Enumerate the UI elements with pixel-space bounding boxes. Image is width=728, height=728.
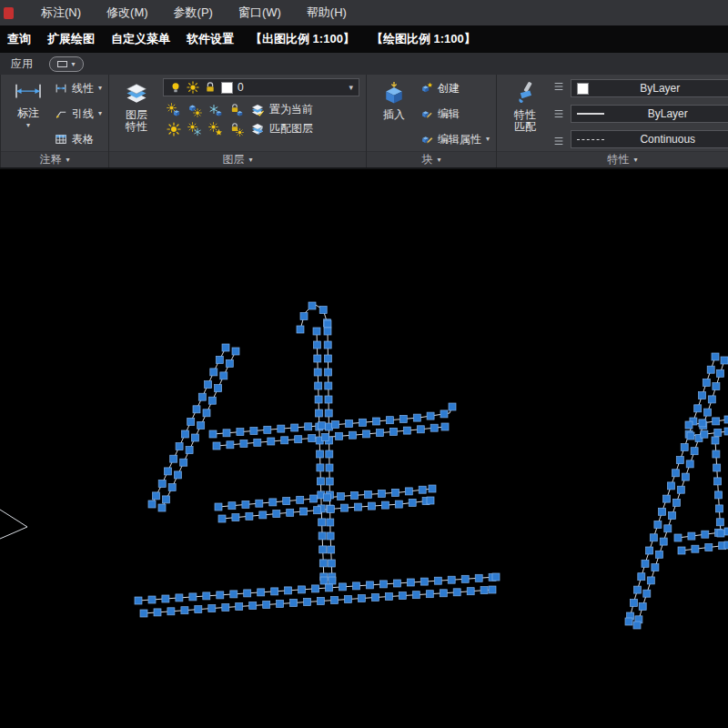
grip[interactable] — [314, 507, 321, 514]
grip[interactable] — [317, 464, 324, 471]
grip[interactable] — [324, 355, 331, 362]
insert-block-button[interactable]: 插入 — [373, 78, 415, 149]
grip[interactable] — [467, 588, 474, 595]
layer-select[interactable]: 0 ▾ — [163, 78, 359, 96]
layer-tool-thaw-icon[interactable] — [187, 122, 202, 136]
layer-properties-button[interactable]: 图层特性 — [116, 78, 157, 149]
grip[interactable] — [674, 534, 682, 541]
layer-tool-sun-star-icon[interactable] — [208, 122, 223, 136]
grip[interactable] — [168, 484, 176, 491]
grip[interactable] — [322, 433, 329, 440]
grip[interactable] — [314, 355, 321, 362]
grip[interactable] — [317, 478, 324, 485]
grip[interactable] — [176, 594, 183, 602]
grip[interactable] — [208, 397, 216, 404]
layer-tool-unlock-icon[interactable] — [229, 122, 244, 136]
grip[interactable] — [222, 604, 229, 612]
grip[interactable] — [277, 601, 284, 608]
grip[interactable] — [724, 416, 728, 423]
grip[interactable] — [492, 573, 500, 581]
grip[interactable] — [237, 429, 244, 436]
grip[interactable] — [376, 430, 383, 437]
object-color-select[interactable]: ByLayer ▾ — [571, 79, 728, 97]
grip[interactable] — [203, 592, 210, 600]
grip[interactable] — [716, 519, 723, 526]
grip[interactable] — [409, 499, 416, 506]
grip[interactable] — [300, 313, 308, 320]
grip[interactable] — [210, 369, 217, 376]
grip[interactable] — [197, 421, 205, 429]
grip[interactable] — [174, 471, 181, 479]
grip[interactable] — [371, 594, 379, 602]
grip[interactable] — [625, 618, 632, 625]
grip[interactable] — [325, 396, 332, 403]
grip[interactable] — [351, 491, 359, 499]
grip[interactable] — [713, 383, 720, 390]
grip[interactable] — [162, 595, 169, 602]
grip[interactable] — [694, 405, 702, 412]
grip[interactable] — [419, 486, 426, 493]
grip[interactable] — [373, 418, 380, 425]
dimension-button[interactable]: 标注 ▾ — [7, 78, 49, 149]
grip[interactable] — [434, 577, 441, 584]
grip[interactable] — [681, 443, 688, 450]
grip[interactable] — [285, 587, 292, 594]
draw-scale-indicator[interactable]: 【绘图比例 1:100】 — [371, 31, 476, 47]
lineweight-select[interactable]: ByLayer ▾ — [571, 105, 728, 123]
grip[interactable] — [686, 460, 693, 468]
grip[interactable] — [664, 525, 672, 532]
grip[interactable] — [324, 341, 331, 349]
grip[interactable] — [140, 610, 147, 617]
grip[interactable] — [331, 597, 339, 604]
menu-help[interactable]: 帮助(H) — [307, 5, 347, 21]
layer-tool-freeze-icon[interactable] — [208, 103, 223, 117]
grip[interactable] — [672, 499, 680, 506]
grip[interactable] — [449, 403, 456, 410]
grip[interactable] — [393, 580, 400, 587]
grip[interactable] — [217, 592, 224, 599]
grip[interactable] — [227, 441, 234, 449]
custom-menu-button[interactable]: 自定义菜单 — [111, 31, 170, 47]
grip[interactable] — [318, 532, 326, 540]
grip[interactable] — [656, 551, 663, 558]
grip[interactable] — [222, 344, 229, 351]
grip[interactable] — [278, 425, 285, 432]
grip[interactable] — [358, 595, 365, 602]
grip[interactable] — [724, 428, 728, 435]
grip[interactable] — [341, 504, 349, 511]
grip[interactable] — [453, 589, 460, 596]
grip[interactable] — [669, 512, 676, 520]
software-settings-button[interactable]: 软件设置 — [187, 31, 234, 47]
grip[interactable] — [325, 369, 332, 376]
grip[interactable] — [203, 410, 210, 417]
menu-parametric[interactable]: 参数(P) — [174, 5, 213, 21]
panel-label-annotate[interactable]: 注释▾ — [1, 151, 108, 167]
grip[interactable] — [691, 448, 698, 455]
grip[interactable] — [198, 393, 206, 400]
grip[interactable] — [399, 592, 406, 600]
grip[interactable] — [712, 353, 719, 360]
grip[interactable] — [427, 412, 434, 420]
grip[interactable] — [480, 587, 488, 594]
grip[interactable] — [319, 546, 327, 553]
grip[interactable] — [399, 415, 407, 422]
grip[interactable] — [273, 511, 280, 518]
panel-label-properties[interactable]: 特性▾ — [497, 151, 728, 167]
grip[interactable] — [153, 492, 160, 500]
grip[interactable] — [181, 607, 188, 614]
match-layer-button[interactable]: 匹配图层 — [250, 121, 313, 137]
grip[interactable] — [313, 328, 320, 335]
grip[interactable] — [336, 432, 343, 440]
grip[interactable] — [295, 436, 302, 443]
linetype-select[interactable]: Continuous ▾ — [571, 130, 728, 148]
grip[interactable] — [642, 560, 649, 567]
grip[interactable] — [319, 560, 327, 567]
layer-tool-sun-cube-icon[interactable] — [167, 103, 181, 117]
table-button[interactable]: 表格 — [55, 131, 102, 147]
grip[interactable] — [699, 392, 706, 399]
grip[interactable] — [193, 406, 200, 413]
grip[interactable] — [250, 428, 258, 435]
grip[interactable] — [232, 514, 239, 521]
grip[interactable] — [249, 602, 257, 610]
grip[interactable] — [148, 596, 156, 603]
